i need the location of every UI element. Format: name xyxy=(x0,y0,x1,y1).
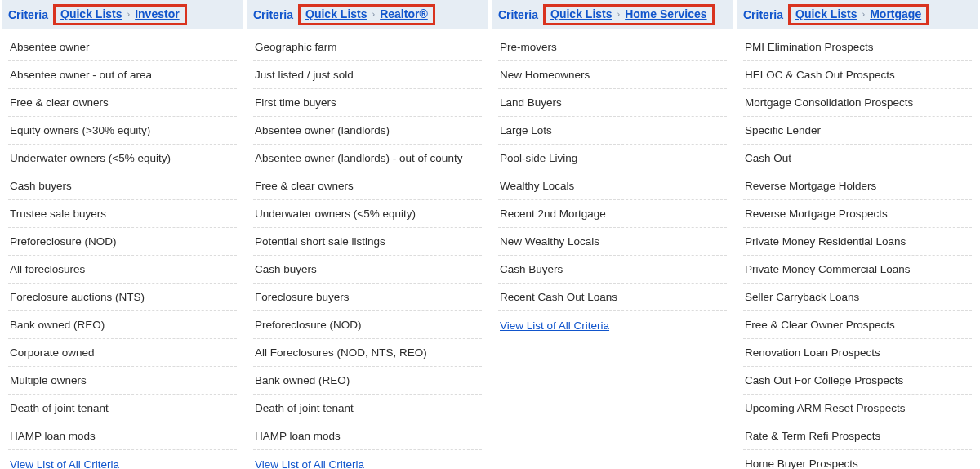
list-item[interactable]: Free & clear owners xyxy=(8,89,237,117)
view-all-criteria-link[interactable]: View List of All Criteria xyxy=(255,458,364,469)
breadcrumb-criteria-link[interactable]: Criteria xyxy=(743,8,783,21)
list-item[interactable]: Cash Buyers xyxy=(498,256,727,284)
list-item[interactable]: Seller Carryback Loans xyxy=(743,284,972,311)
list-item[interactable]: Preforeclosure (NOD) xyxy=(8,228,237,256)
breadcrumb: CriteriaQuick Lists›Realtor® xyxy=(247,0,488,29)
breadcrumb-quicklists-link[interactable]: Quick Lists xyxy=(60,7,122,20)
list-item[interactable]: Just listed / just sold xyxy=(253,61,482,89)
list-item[interactable]: Cash buyers xyxy=(253,256,482,284)
quick-list: Geographic farmJust listed / just soldFi… xyxy=(247,29,488,469)
chevron-right-icon: › xyxy=(862,9,866,19)
breadcrumb-category-link[interactable]: Home Services xyxy=(625,7,706,20)
list-item[interactable]: Absentee owner - out of area xyxy=(8,61,237,89)
view-all-criteria-link[interactable]: View List of All Criteria xyxy=(500,319,609,332)
list-item[interactable]: HAMP loan mods xyxy=(8,422,237,450)
list-item[interactable]: Cash Out xyxy=(743,145,972,172)
list-item[interactable]: Potential short sale listings xyxy=(253,228,482,256)
list-item[interactable]: Free & Clear Owner Prospects xyxy=(743,311,972,339)
list-item[interactable]: Foreclosure auctions (NTS) xyxy=(8,284,237,311)
list-item[interactable]: Home Buyer Prospects xyxy=(743,450,972,469)
list-item[interactable]: Trustee sale buyers xyxy=(8,200,237,228)
breadcrumb-criteria-link[interactable]: Criteria xyxy=(8,8,48,21)
list-item[interactable]: Reverse Mortgage Holders xyxy=(743,172,972,200)
breadcrumb-category-link[interactable]: Investor xyxy=(135,7,179,20)
view-all-wrapper: View List of All Criteria xyxy=(498,311,727,340)
quick-list-column: CriteriaQuick Lists›MortgagePMI Eliminat… xyxy=(735,0,980,469)
list-item[interactable]: Land Buyers xyxy=(498,89,727,117)
breadcrumb: CriteriaQuick Lists›Investor xyxy=(2,0,243,29)
list-item[interactable]: Bank owned (REO) xyxy=(253,367,482,395)
list-item[interactable]: Underwater owners (<5% equity) xyxy=(8,145,237,172)
quick-list: Pre-moversNew HomeownersLand BuyersLarge… xyxy=(492,29,733,340)
list-item[interactable]: All foreclosures xyxy=(8,256,237,284)
breadcrumb: CriteriaQuick Lists›Home Services xyxy=(492,0,733,29)
breadcrumb-category-link[interactable]: Realtor® xyxy=(380,7,428,20)
list-item[interactable]: Reverse Mortgage Prospects xyxy=(743,200,972,228)
list-item[interactable]: All Foreclosures (NOD, NTS, REO) xyxy=(253,339,482,367)
list-item[interactable]: Private Money Commercial Loans xyxy=(743,256,972,284)
list-item[interactable]: Bank owned (REO) xyxy=(8,311,237,339)
list-item[interactable]: Absentee owner (landlords) xyxy=(253,117,482,145)
list-item[interactable]: Wealthy Locals xyxy=(498,172,727,200)
chevron-right-icon: › xyxy=(372,9,376,19)
list-item[interactable]: Absentee owner (landlords) - out of coun… xyxy=(253,145,482,172)
list-item[interactable]: Renovation Loan Prospects xyxy=(743,339,972,367)
list-item[interactable]: First time buyers xyxy=(253,89,482,117)
breadcrumb-highlight: Quick Lists›Realtor® xyxy=(298,4,435,25)
list-item[interactable]: Death of joint tenant xyxy=(253,395,482,422)
view-all-criteria-link[interactable]: View List of All Criteria xyxy=(10,458,119,469)
list-item[interactable]: Private Money Residential Loans xyxy=(743,228,972,256)
breadcrumb-criteria-link[interactable]: Criteria xyxy=(253,8,293,21)
list-item[interactable]: Mortgage Consolidation Prospects xyxy=(743,89,972,117)
chevron-right-icon: › xyxy=(617,9,621,19)
list-item[interactable]: Large Lots xyxy=(498,117,727,145)
quick-list-column: CriteriaQuick Lists›InvestorAbsentee own… xyxy=(0,0,245,469)
chevron-right-icon: › xyxy=(127,9,131,19)
breadcrumb-quicklists-link[interactable]: Quick Lists xyxy=(550,7,612,20)
list-item[interactable]: Corporate owned xyxy=(8,339,237,367)
list-item[interactable]: HELOC & Cash Out Prospects xyxy=(743,61,972,89)
list-item[interactable]: Free & clear owners xyxy=(253,172,482,200)
view-all-wrapper: View List of All Criteria xyxy=(253,450,482,469)
quick-list-column: CriteriaQuick Lists›Home ServicesPre-mov… xyxy=(490,0,735,469)
list-item[interactable]: PMI Elimination Prospects xyxy=(743,29,972,61)
list-item[interactable]: HAMP loan mods xyxy=(253,422,482,450)
breadcrumb-quicklists-link[interactable]: Quick Lists xyxy=(795,7,857,20)
breadcrumb-category-link[interactable]: Mortgage xyxy=(870,7,921,20)
quick-list-column: CriteriaQuick Lists›Realtor®Geographic f… xyxy=(245,0,490,469)
view-all-wrapper: View List of All Criteria xyxy=(8,450,237,469)
quick-list: PMI Elimination ProspectsHELOC & Cash Ou… xyxy=(737,29,978,469)
list-item[interactable]: Recent 2nd Mortgage xyxy=(498,200,727,228)
list-item[interactable]: Rate & Term Refi Prospects xyxy=(743,422,972,450)
breadcrumb-highlight: Quick Lists›Home Services xyxy=(543,4,715,25)
list-item[interactable]: Multiple owners xyxy=(8,367,237,395)
breadcrumb-highlight: Quick Lists›Mortgage xyxy=(788,4,929,25)
list-item[interactable]: Death of joint tenant xyxy=(8,395,237,422)
quick-lists-columns: CriteriaQuick Lists›InvestorAbsentee own… xyxy=(0,0,980,469)
list-item[interactable]: Equity owners (>30% equity) xyxy=(8,117,237,145)
list-item[interactable]: Upcoming ARM Reset Prospects xyxy=(743,395,972,422)
breadcrumb: CriteriaQuick Lists›Mortgage xyxy=(737,0,978,29)
list-item[interactable]: Underwater owners (<5% equity) xyxy=(253,200,482,228)
breadcrumb-quicklists-link[interactable]: Quick Lists xyxy=(305,7,367,20)
list-item[interactable]: New Homeowners xyxy=(498,61,727,89)
list-item[interactable]: Foreclosure buyers xyxy=(253,284,482,311)
breadcrumb-criteria-link[interactable]: Criteria xyxy=(498,8,538,21)
list-item[interactable]: Geographic farm xyxy=(253,29,482,61)
list-item[interactable]: Preforeclosure (NOD) xyxy=(253,311,482,339)
list-item[interactable]: Specific Lender xyxy=(743,117,972,145)
breadcrumb-highlight: Quick Lists›Investor xyxy=(53,4,187,25)
list-item[interactable]: Pool-side Living xyxy=(498,145,727,172)
list-item[interactable]: Absentee owner xyxy=(8,29,237,61)
list-item[interactable]: Cash buyers xyxy=(8,172,237,200)
list-item[interactable]: Pre-movers xyxy=(498,29,727,61)
list-item[interactable]: Recent Cash Out Loans xyxy=(498,284,727,311)
list-item[interactable]: Cash Out For College Prospects xyxy=(743,367,972,395)
list-item[interactable]: New Wealthy Locals xyxy=(498,228,727,256)
quick-list: Absentee ownerAbsentee owner - out of ar… xyxy=(2,29,243,469)
